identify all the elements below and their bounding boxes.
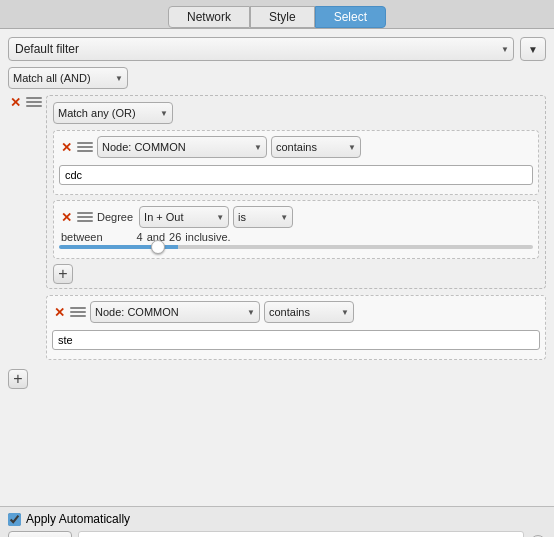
default-filter-select[interactable]: Default filter	[8, 37, 514, 61]
degree-range-slider[interactable]	[59, 245, 533, 249]
first-operator-select[interactable]: contains	[271, 136, 361, 158]
apply-auto-row: Apply Automatically	[8, 512, 546, 526]
second-cond-remove-button[interactable]: ✕	[52, 305, 66, 319]
degree-condition-group: ✕ Degree In + Out is	[53, 200, 539, 259]
second-cond-value-input[interactable]	[52, 330, 540, 350]
tab-style[interactable]: Style	[250, 6, 315, 28]
filter-arrow-button[interactable]: ▼	[520, 37, 546, 61]
degree-direction-wrapper: In + Out	[139, 206, 229, 228]
degree-operator-select[interactable]: is	[233, 206, 293, 228]
default-filter-row: Default filter ▼	[8, 37, 546, 61]
default-filter-wrapper: Default filter	[8, 37, 514, 61]
first-operator-wrapper: contains	[271, 136, 361, 158]
top-tab-bar: Network Style Select	[0, 0, 554, 29]
apply-row: Apply	[8, 531, 546, 537]
match-all-row: Match all (AND)	[8, 67, 546, 89]
degree-remove-button[interactable]: ✕	[59, 210, 73, 224]
outer-content: Match any (OR) ✕ Node: COMMON	[46, 95, 546, 365]
second-node-field-select[interactable]: Node: COMMON	[90, 301, 260, 323]
add-condition-wrapper: +	[53, 264, 539, 284]
match-all-select[interactable]: Match all (AND)	[8, 67, 128, 89]
outer-handle-icon[interactable]	[26, 95, 42, 109]
second-condition-group: ✕ Node: COMMON contains	[46, 295, 546, 360]
first-condition-row: ✕ Node: COMMON contains	[59, 136, 533, 158]
main-content: Default filter ▼ Match all (AND) ✕ Match…	[0, 29, 554, 506]
second-cond-row: ✕ Node: COMMON contains	[52, 301, 540, 323]
first-node-field-wrapper: Node: COMMON	[97, 136, 267, 158]
second-operator-wrapper: contains	[264, 301, 354, 323]
second-operator-select[interactable]: contains	[264, 301, 354, 323]
outer-remove-button[interactable]: ✕	[8, 95, 22, 109]
first-cond-handle[interactable]	[77, 140, 93, 154]
first-cond-remove-button[interactable]: ✕	[59, 140, 73, 154]
apply-auto-label[interactable]: Apply Automatically	[8, 512, 130, 526]
degree-handle[interactable]	[77, 210, 93, 224]
degree-operator-wrapper: is	[233, 206, 293, 228]
apply-text-field[interactable]	[78, 531, 524, 537]
outer-condition-group: ✕ Match any (OR) ✕	[8, 95, 546, 365]
match-any-wrapper-select: Match any (OR)	[53, 102, 173, 124]
bottom-bar: Apply Automatically Apply Selected 3 nod…	[0, 506, 554, 537]
match-any-group: Match any (OR) ✕ Node: COMMON	[46, 95, 546, 289]
degree-label: Degree	[97, 211, 133, 223]
degree-direction-select[interactable]: In + Out	[139, 206, 229, 228]
match-any-select[interactable]: Match any (OR)	[53, 102, 173, 124]
apply-auto-text: Apply Automatically	[26, 512, 130, 526]
add-outer-condition-wrapper: +	[8, 369, 546, 389]
degree-cond-row: ✕ Degree In + Out is	[59, 206, 533, 228]
apply-button[interactable]: Apply	[8, 531, 72, 537]
second-node-field-wrapper: Node: COMMON	[90, 301, 260, 323]
match-all-wrapper: Match all (AND)	[8, 67, 128, 89]
add-inner-condition-button[interactable]: +	[53, 264, 73, 284]
tab-network[interactable]: Network	[168, 6, 250, 28]
second-cond-handle[interactable]	[70, 305, 86, 319]
slider-row	[59, 245, 533, 249]
add-outer-condition-button[interactable]: +	[8, 369, 28, 389]
apply-auto-checkbox[interactable]	[8, 513, 21, 526]
match-any-row: Match any (OR)	[53, 102, 539, 124]
first-node-field-select[interactable]: Node: COMMON	[97, 136, 267, 158]
first-condition-group: ✕ Node: COMMON contains	[53, 130, 539, 195]
first-cond-value-input[interactable]	[59, 165, 533, 185]
tab-select[interactable]: Select	[315, 6, 386, 28]
